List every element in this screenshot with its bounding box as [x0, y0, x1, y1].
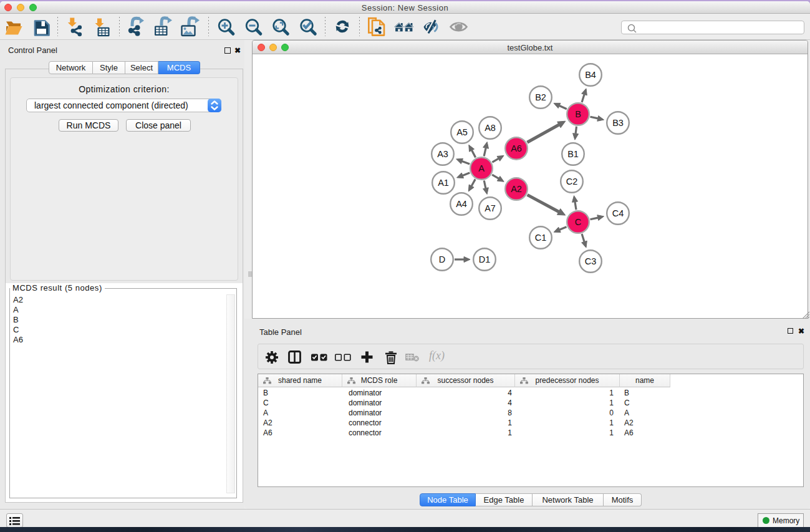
svg-text:C: C — [575, 217, 581, 227]
svg-text:A1: A1 — [438, 178, 449, 188]
svg-text:A6: A6 — [511, 143, 522, 153]
svg-text:A: A — [478, 163, 485, 173]
svg-text:B3: B3 — [612, 118, 624, 128]
svg-text:D1: D1 — [479, 254, 491, 264]
svg-text:C3: C3 — [585, 256, 597, 266]
svg-text:D: D — [439, 254, 445, 264]
svg-text:A7: A7 — [485, 203, 496, 213]
svg-text:B4: B4 — [585, 70, 596, 80]
svg-text:A4: A4 — [456, 199, 467, 209]
svg-text:C4: C4 — [612, 208, 624, 218]
svg-text:A5: A5 — [456, 127, 468, 137]
svg-text:C1: C1 — [535, 233, 547, 243]
svg-text:B: B — [575, 109, 581, 119]
svg-text:A3: A3 — [437, 149, 448, 159]
svg-text:B1: B1 — [567, 149, 579, 159]
svg-text:B2: B2 — [535, 92, 546, 102]
svg-text:A8: A8 — [485, 123, 496, 133]
svg-text:A2: A2 — [511, 184, 522, 194]
svg-text:C2: C2 — [566, 177, 578, 186]
